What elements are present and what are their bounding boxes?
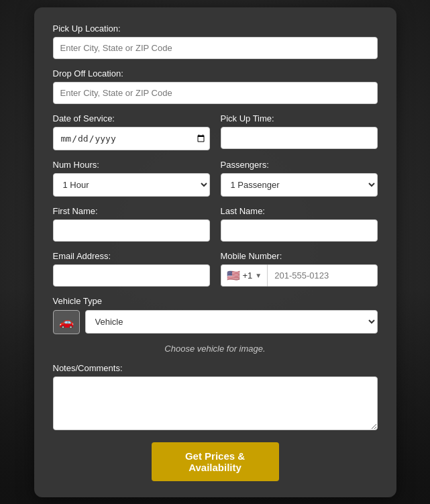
dropoff-location-group: Drop Off Location: <box>53 68 378 104</box>
email-input[interactable] <box>53 264 210 287</box>
phone-number-input[interactable] <box>267 264 377 287</box>
first-name-group: First Name: <box>53 206 210 242</box>
num-hours-select[interactable]: 1 Hour 2 Hours 3 Hours 4 Hours 5 Hours 6… <box>53 173 210 197</box>
date-of-service-label: Date of Service: <box>53 113 210 123</box>
last-name-group: Last Name: <box>221 206 378 242</box>
last-name-input[interactable] <box>221 219 378 242</box>
date-of-service-input[interactable] <box>53 127 210 150</box>
passengers-select[interactable]: 1 Passenger 2 Passengers 3 Passengers 4 … <box>221 173 378 197</box>
mobile-label: Mobile Number: <box>221 251 378 261</box>
notes-row: Notes/Comments: <box>53 363 378 430</box>
caret-icon: ▼ <box>255 272 262 279</box>
booking-form: Pick Up Location: Drop Off Location: Dat… <box>34 7 396 497</box>
pickup-time-input[interactable] <box>221 127 378 149</box>
email-mobile-row: Email Address: Mobile Number: 🇺🇸 +1 ▼ <box>53 251 378 287</box>
dropoff-location-label: Drop Off Location: <box>53 68 378 79</box>
passengers-label: Passengers: <box>221 160 378 170</box>
flag-icon: 🇺🇸 <box>227 269 240 282</box>
pickup-time-group: Pick Up Time: <box>221 113 378 150</box>
num-hours-label: Num Hours: <box>53 160 210 170</box>
phone-prefix-text: +1 <box>243 270 253 281</box>
vehicle-icon: 🚗 <box>53 310 80 334</box>
vehicle-type-select[interactable]: Vehicle Sedan SUV Limousine Van Bus <box>85 310 378 334</box>
passengers-group: Passengers: 1 Passenger 2 Passengers 3 P… <box>221 160 378 197</box>
vehicle-type-section: Vehicle Type 🚗 Vehicle Sedan SUV Limousi… <box>53 296 378 334</box>
notes-group: Notes/Comments: <box>53 363 378 430</box>
date-time-row: Date of Service: Pick Up Time: <box>53 113 378 150</box>
phone-input-row: 🇺🇸 +1 ▼ <box>221 264 378 287</box>
notes-label: Notes/Comments: <box>53 363 378 373</box>
vehicle-select-row: 🚗 Vehicle Sedan SUV Limousine Van Bus <box>53 310 378 334</box>
notes-input[interactable] <box>53 376 378 430</box>
pickup-location-row: Pick Up Location: <box>53 23 378 59</box>
dropoff-location-row: Drop Off Location: <box>53 68 378 104</box>
first-name-label: First Name: <box>53 206 210 216</box>
email-group: Email Address: <box>53 251 210 287</box>
mobile-group: Mobile Number: 🇺🇸 +1 ▼ <box>221 251 378 287</box>
name-row: First Name: Last Name: <box>53 206 378 242</box>
hours-passengers-row: Num Hours: 1 Hour 2 Hours 3 Hours 4 Hour… <box>53 160 378 197</box>
pickup-location-group: Pick Up Location: <box>53 23 378 59</box>
pickup-location-input[interactable] <box>53 37 378 59</box>
email-label: Email Address: <box>53 251 210 261</box>
vehicle-type-label: Vehicle Type <box>53 296 378 306</box>
date-of-service-group: Date of Service: <box>53 113 210 150</box>
dropoff-location-input[interactable] <box>53 82 378 104</box>
last-name-label: Last Name: <box>221 206 378 216</box>
pickup-location-label: Pick Up Location: <box>53 23 378 34</box>
num-hours-group: Num Hours: 1 Hour 2 Hours 3 Hours 4 Hour… <box>53 160 210 197</box>
vehicle-hint: Choose vehicle for image. <box>53 344 378 354</box>
submit-button[interactable]: Get Prices & Availability <box>152 442 279 481</box>
phone-prefix-selector[interactable]: 🇺🇸 +1 ▼ <box>221 264 268 287</box>
pickup-time-label: Pick Up Time: <box>221 113 378 123</box>
first-name-input[interactable] <box>53 219 210 242</box>
